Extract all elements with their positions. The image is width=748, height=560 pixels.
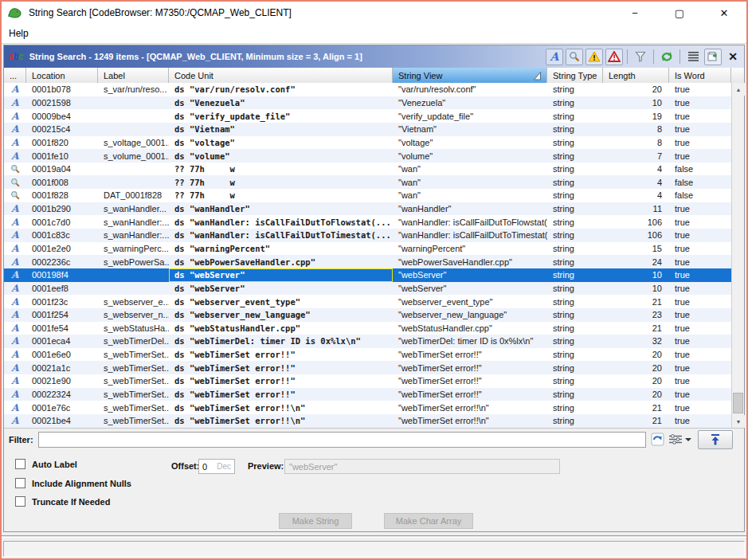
column-header-code-unit[interactable]: Code Unit (169, 68, 393, 83)
cell-loc: 0001e76c (26, 401, 98, 414)
cell-icon: A (4, 242, 26, 256)
table-row[interactable]: A0001fe54s_webStatusHa...ds "webStatusHa… (4, 322, 744, 335)
menu-lines-icon[interactable] (684, 49, 702, 65)
table-row[interactable]: A0001eef8ds "webServer""webServer"string… (4, 282, 744, 296)
table-row[interactable]: A0001eca4s_webTimerDel...ds "webTimerDel… (4, 335, 744, 348)
defined-string-icon: A (11, 363, 18, 373)
cell-loc: 0001b078 (26, 83, 98, 96)
column-header-is-word[interactable]: Is Word (669, 68, 731, 83)
refresh-icon[interactable] (658, 49, 676, 65)
cell-loc: 0002236c (26, 255, 98, 268)
cell-word: true (669, 374, 731, 388)
clear-filter-icon[interactable] (651, 433, 664, 446)
cell-icon (4, 163, 26, 176)
cell-view: "var/run/resolv.conf" (393, 83, 547, 96)
scroll-down-arrow-icon[interactable]: ▼ (732, 415, 745, 428)
title-bar[interactable]: String Search [CodeBrowser: M7350:/QCMAP… (2, 2, 746, 24)
scroll-to-top-button[interactable] (698, 430, 733, 449)
cell-len: 21 (603, 401, 669, 414)
cell-len: 11 (603, 202, 669, 216)
cell-icon: A (4, 109, 26, 123)
menu-help[interactable]: Help (2, 28, 36, 39)
offset-input[interactable]: 0 Dec (198, 459, 235, 474)
cell-loc: 0001b290 (26, 202, 98, 216)
truncate-if-needed-checkbox[interactable] (15, 496, 25, 507)
cell-label: s_warningPerc... (98, 242, 169, 256)
table-row[interactable]: A0001f254s_webserver_n...ds "webserver_n… (4, 308, 744, 322)
table-row[interactable]: A0001e6e0s_webTimerSet...ds "webTimerSet… (4, 348, 744, 362)
panel-toolbar: A (546, 45, 742, 68)
table-row[interactable]: A000198f4ds "webServer""webServer"string… (4, 268, 744, 282)
maximize-button[interactable]: ▢ (657, 2, 702, 24)
cell-len: 106 (603, 215, 669, 229)
table-row[interactable]: A00021be4s_webTimerSet...ds "webTimerSet… (4, 414, 744, 428)
cell-label: s_webTimerSet... (98, 348, 169, 362)
scrollbar-thumb[interactable] (733, 393, 743, 413)
table-row[interactable]: A0001b290s_wanHandler...ds "wanHandler""… (4, 202, 744, 216)
cell-icon: A (4, 322, 26, 335)
vertical-scrollbar[interactable]: ▲ ▼ (731, 83, 744, 428)
close-button[interactable]: ✕ (702, 2, 746, 24)
snapshot-icon[interactable] (704, 49, 722, 65)
column-header--[interactable]: ... (4, 68, 26, 83)
table-row[interactable]: A00009be4ds "verify_update_file""verify_… (4, 109, 744, 123)
column-header-label[interactable]: Label (98, 68, 169, 83)
cell-label: s_webserver_e... (98, 295, 169, 308)
filter-input[interactable] (38, 432, 646, 448)
warning-icon[interactable] (585, 49, 603, 65)
table-row[interactable]: 0001f828DAT_0001f828?? 77h w"wan"string4… (4, 189, 744, 202)
table-row[interactable]: A0001e2e0s_warningPerc...ds "warningPerc… (4, 242, 744, 256)
cell-type: string (547, 295, 603, 308)
scroll-up-arrow-icon[interactable]: ▲ (732, 83, 745, 96)
cell-label: s_wanHandler... (98, 202, 169, 216)
cell-code: ds "webStatusHandler.cpp" (169, 322, 393, 335)
include-alignment-nulls-checkbox[interactable] (15, 478, 25, 488)
filter-funnel-icon[interactable] (632, 49, 649, 65)
column-header-string-view[interactable]: String View (393, 68, 547, 83)
table-row[interactable]: A0001fe10s_volume_0001...ds "volume""vol… (4, 149, 744, 163)
cell-label (98, 109, 169, 123)
column-header-string-type[interactable]: String Type (547, 68, 603, 83)
search-icon[interactable] (566, 49, 583, 65)
defined-string-icon[interactable]: A (546, 49, 563, 65)
defined-string-icon: A (11, 244, 18, 253)
table-row[interactable]: A0001f820s_voltage_0001...ds "voltage""v… (4, 136, 744, 150)
table-row[interactable]: A0001f23cs_webserver_e...ds "webserver_e… (4, 295, 744, 308)
table-row[interactable]: A00021a1cs_webTimerSet...ds "webTimerSet… (4, 361, 744, 374)
alert-icon[interactable] (605, 49, 623, 65)
table-row[interactable]: A00021598ds "Venezuela""Venezuela"string… (4, 96, 744, 110)
panel-close-icon[interactable]: ✕ (724, 49, 742, 65)
cell-label: s_var/run/reso... (98, 83, 169, 96)
table-row[interactable]: A0002236cs_webPowerSa...ds "webPowerSave… (4, 255, 744, 268)
cell-icon: A (4, 335, 26, 348)
cell-len: 20 (603, 388, 669, 401)
cell-code: ?? 77h w (169, 189, 393, 202)
cell-word: true (669, 83, 731, 96)
table-row[interactable]: A0001e76cs_webTimerSet...ds "webTimerSet… (4, 401, 744, 414)
truncate-if-needed-row: Truncate If Needed (15, 496, 110, 507)
cell-label: s_webStatusHa... (98, 322, 169, 335)
table-row[interactable]: A00022324s_webTimerSet...ds "webTimerSet… (4, 388, 744, 401)
cell-loc: 000198f4 (26, 268, 98, 282)
make-char-array-button[interactable]: Make Char Array (384, 513, 473, 529)
cell-type: string (547, 189, 603, 202)
table-row[interactable]: A000215c4ds "Vietnam""Vietnam"string8tru… (4, 123, 744, 136)
table-row[interactable]: A0001c7d0s_wanHandler:...ds "wanHandler:… (4, 215, 744, 229)
table-row[interactable]: 0001f008?? 77h w"wan"string4false (4, 175, 744, 189)
cell-word: true (669, 282, 731, 296)
column-header-length[interactable]: Length (603, 68, 669, 83)
table-row[interactable]: 00019a04?? 77h w"wan"string4false (4, 163, 744, 176)
table-row[interactable]: A00021e90s_webTimerSet...ds "webTimerSet… (4, 374, 744, 388)
cell-loc: 0001fe10 (26, 149, 98, 163)
table-row[interactable]: A0001c83cs_wanHandler:...ds "wanHandler:… (4, 229, 744, 242)
defined-string-icon: A (11, 390, 18, 399)
filter-options-icon[interactable] (669, 434, 691, 444)
table-row[interactable]: A0001b078s_var/run/reso...ds "var/run/re… (4, 83, 744, 96)
minimize-button[interactable]: − (613, 2, 657, 24)
column-header-location[interactable]: Location (26, 68, 98, 83)
cell-word: true (669, 388, 731, 401)
auto-label-checkbox[interactable] (15, 459, 25, 469)
make-string-button[interactable]: Make String (279, 513, 352, 529)
panel-title-bar[interactable]: abc String Search - 1249 items - [QCMAP_… (4, 45, 744, 68)
dropdown-caret-icon[interactable] (685, 438, 691, 441)
